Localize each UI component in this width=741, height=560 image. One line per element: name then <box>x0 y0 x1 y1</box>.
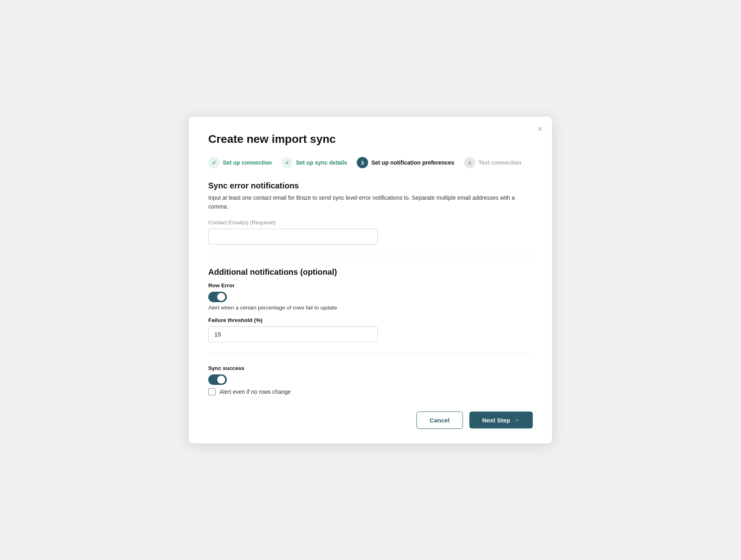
alert-no-rows-row: Alert even if no rows change <box>208 388 533 395</box>
step-3-label: Set up notification preferences <box>371 159 454 166</box>
next-step-button[interactable]: Next Step → <box>469 412 533 428</box>
alert-no-rows-label: Alert even if no rows change <box>220 389 291 395</box>
step-4: 4 Test connection <box>464 157 521 168</box>
next-step-label: Next Step <box>482 417 510 424</box>
modal-title: Create new import sync <box>208 133 533 146</box>
sync-success-thumb <box>217 376 225 384</box>
step-4-label: Test connection <box>479 159 521 166</box>
step-2: ✓ Set up sync details <box>281 157 347 168</box>
row-error-divider <box>208 353 533 354</box>
step-1: ✓ Set up connection <box>208 157 272 168</box>
threshold-label: Failure threshold (%) <box>208 317 533 323</box>
alert-no-rows-checkbox[interactable] <box>208 388 216 395</box>
close-button[interactable]: × <box>537 125 542 134</box>
contact-email-input[interactable] <box>208 229 378 244</box>
footer-actions: Cancel Next Step → <box>208 412 533 429</box>
row-error-label: Row Error <box>208 282 533 288</box>
sync-success-track <box>208 374 227 385</box>
row-error-alert-desc: Alert when a certain percentage of rows … <box>208 305 533 311</box>
threshold-input[interactable] <box>208 326 378 342</box>
sync-success-section: Sync success Alert even if no rows chang… <box>208 365 533 395</box>
step-2-label: Set up sync details <box>296 159 347 166</box>
row-error-track <box>208 292 227 302</box>
row-error-toggle[interactable] <box>208 292 227 302</box>
step-4-icon: 4 <box>464 157 475 168</box>
step-3: 3 Set up notification preferences <box>357 157 454 168</box>
modal-container: × Create new import sync ✓ Set up connec… <box>189 117 552 443</box>
row-error-toggle-wrap <box>208 292 533 302</box>
sync-success-toggle-wrap <box>208 374 533 385</box>
next-step-arrow-icon: → <box>513 416 520 424</box>
additional-title: Additional notifications (optional) <box>208 267 533 277</box>
step-1-label: Set up connection <box>223 159 272 166</box>
row-error-section: Row Error Alert when a certain percentag… <box>208 282 533 342</box>
step-1-icon: ✓ <box>208 157 220 168</box>
sync-error-description: Input at least one contact email for Bra… <box>208 194 533 211</box>
step-2-icon: ✓ <box>281 157 293 168</box>
sync-error-title: Sync error notifications <box>208 181 533 190</box>
stepper: ✓ Set up connection ✓ Set up sync detail… <box>208 157 533 168</box>
section-divider <box>208 256 533 256</box>
step-3-icon: 3 <box>357 157 368 168</box>
sync-success-toggle[interactable] <box>208 374 227 385</box>
sync-success-label: Sync success <box>208 365 533 371</box>
row-error-thumb <box>217 293 225 301</box>
cancel-button[interactable]: Cancel <box>417 412 463 429</box>
email-field-label: Contact Email(s) (Required) <box>208 219 533 226</box>
